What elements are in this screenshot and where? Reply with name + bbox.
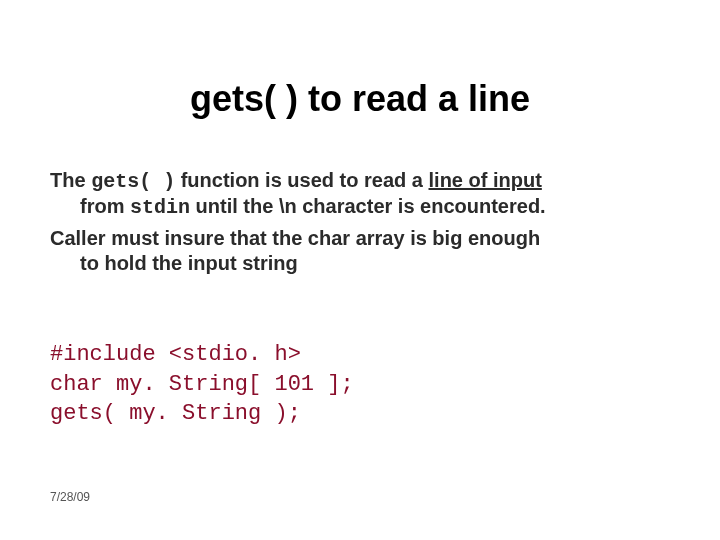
footer-date: 7/28/09 [50,490,90,504]
paragraph-1: The gets( ) function is used to read a l… [50,168,670,220]
p1-underline-line-of-input: line of input [429,169,542,191]
slide: gets( ) to read a line The gets( ) funct… [0,0,720,540]
slide-title: gets( ) to read a line [0,78,720,120]
code-line-3: gets( my. String ); [50,401,301,426]
p2-line1: Caller must insure that the char array i… [50,227,540,249]
p1-cont-post: until the \n character is encountered. [190,195,546,217]
p1-mid: function is used to read a [175,169,428,191]
p2-line2: to hold the input string [50,251,298,276]
p1-cont: from stdin until the \n character is enc… [50,194,546,220]
slide-body: The gets( ) function is used to read a l… [50,168,670,282]
code-block: #include <stdio. h> char my. String[ 101… [50,340,354,429]
code-line-2: char my. String[ 101 ]; [50,372,354,397]
paragraph-2: Caller must insure that the char array i… [50,226,670,276]
code-line-1: #include <stdio. h> [50,342,301,367]
p1-code-stdin: stdin [130,196,190,219]
p1-code-gets: gets( ) [91,170,175,193]
p1-pre: The [50,169,91,191]
p1-cont-pre: from [80,195,130,217]
